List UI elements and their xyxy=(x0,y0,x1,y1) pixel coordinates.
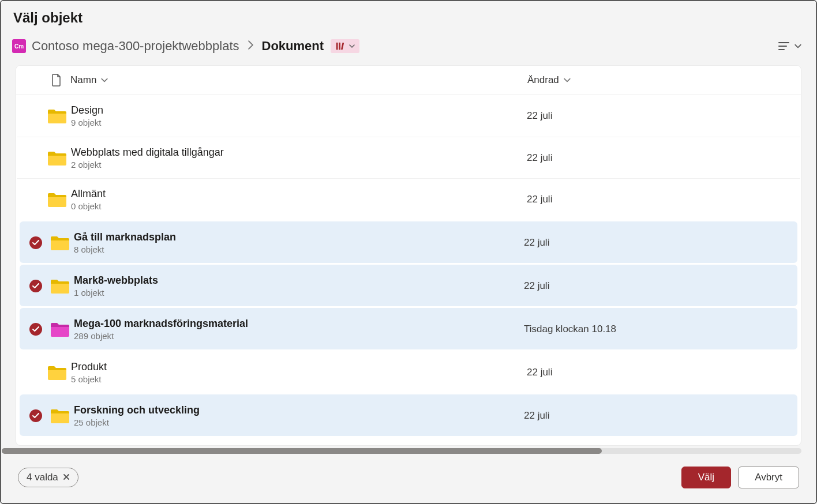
row-name: Design xyxy=(71,104,527,116)
row-name: Mark8-webbplats xyxy=(74,274,524,287)
breadcrumb-current: Dokument xyxy=(262,39,324,54)
table-row[interactable]: Design9 objekt22 juli xyxy=(17,95,800,137)
row-name-cell[interactable]: Forskning och utveckling25 objekt xyxy=(74,404,524,427)
row-name-cell[interactable]: Gå till marknadsplan8 objekt xyxy=(74,231,524,254)
cancel-button[interactable]: Avbryt xyxy=(738,467,799,488)
chevron-right-icon xyxy=(248,40,254,52)
folder-icon xyxy=(43,149,71,167)
select-item-dialog: Välj objekt Cm Contoso mega-300-projektw… xyxy=(0,0,817,504)
chevron-down-icon xyxy=(794,44,801,48)
breadcrumb: Cm Contoso mega-300-projektwebbplats Dok… xyxy=(1,31,816,59)
row-item-count: 0 objekt xyxy=(71,201,527,211)
column-header-name[interactable]: Namn xyxy=(70,74,527,86)
file-list[interactable]: Namn Ändrad Design9 objekt22 juliWebbpla… xyxy=(16,65,801,446)
folder-icon xyxy=(43,191,71,208)
dialog-title: Välj objekt xyxy=(1,1,816,31)
library-icon xyxy=(335,41,346,51)
dialog-footer: 4 valda Välj Avbryt xyxy=(1,454,816,503)
selected-check-icon[interactable] xyxy=(29,323,42,336)
svg-rect-0 xyxy=(336,43,338,50)
list-view-icon xyxy=(778,41,791,51)
table-row[interactable]: Produkt5 objekt22 juli xyxy=(17,351,800,393)
folder-icon xyxy=(46,234,74,251)
selected-check-icon[interactable] xyxy=(29,280,42,292)
row-item-count: 1 objekt xyxy=(74,288,524,298)
row-name: Gå till marknadsplan xyxy=(74,231,524,243)
row-modified: 22 juli xyxy=(527,367,792,378)
row-item-count: 5 objekt xyxy=(71,374,527,384)
folder-icon xyxy=(46,407,74,424)
row-modified: Tisdag klockan 10.18 xyxy=(524,324,789,335)
folder-icon xyxy=(46,321,74,338)
folder-icon xyxy=(43,364,71,381)
svg-rect-1 xyxy=(339,43,340,50)
row-name-cell[interactable]: Mark8-webbplats1 objekt xyxy=(74,274,524,298)
view-options-button[interactable] xyxy=(775,39,805,54)
row-name-cell[interactable]: Webbplats med digitala tillgångar2 objek… xyxy=(71,146,527,170)
table-row[interactable]: Gå till marknadsplan8 objekt22 juli xyxy=(20,221,797,263)
row-name-cell[interactable]: Mega-100 marknadsföringsmaterial289 obje… xyxy=(74,318,524,341)
row-checkbox[interactable] xyxy=(25,236,46,249)
row-name-cell[interactable]: Allmänt0 objekt xyxy=(71,188,527,211)
breadcrumb-site[interactable]: Contoso mega-300-projektwebbplats xyxy=(32,39,239,54)
chevron-down-icon xyxy=(101,78,108,82)
folder-icon xyxy=(46,277,74,295)
row-modified: 22 juli xyxy=(527,110,792,122)
svg-rect-2 xyxy=(341,43,344,50)
clear-selection-icon[interactable] xyxy=(63,472,70,483)
site-badge-icon: Cm xyxy=(12,39,26,53)
scrollbar-thumb[interactable] xyxy=(2,448,602,454)
row-modified: 22 juli xyxy=(524,237,789,249)
row-item-count: 8 objekt xyxy=(74,245,524,254)
row-name-cell[interactable]: Design9 objekt xyxy=(71,104,527,127)
row-modified: 22 juli xyxy=(527,194,792,205)
column-name-label: Namn xyxy=(70,74,96,86)
selected-check-icon[interactable] xyxy=(29,236,42,249)
row-name: Mega-100 marknadsföringsmaterial xyxy=(74,318,524,330)
row-name: Forskning och utveckling xyxy=(74,404,524,416)
table-row[interactable]: Webbplats med digitala tillgångar2 objek… xyxy=(17,137,800,178)
row-modified: 22 juli xyxy=(527,152,792,164)
chevron-down-icon xyxy=(564,78,571,82)
row-item-count: 25 objekt xyxy=(74,418,524,427)
table-row[interactable]: Allmänt0 objekt22 juli xyxy=(17,178,800,220)
selection-count-label: 4 valda xyxy=(27,472,58,483)
table-row[interactable]: Forskning och utveckling25 objekt22 juli xyxy=(20,394,797,436)
row-item-count: 289 objekt xyxy=(74,331,524,341)
row-modified: 22 juli xyxy=(524,280,789,292)
row-item-count: 2 objekt xyxy=(71,160,527,170)
row-name: Produkt xyxy=(71,361,527,373)
row-name: Allmänt xyxy=(71,188,527,200)
table-row[interactable]: Mark8-webbplats1 objekt22 juli xyxy=(20,265,797,306)
row-name-cell[interactable]: Produkt5 objekt xyxy=(71,361,527,384)
table-row[interactable]: Mega-100 marknadsföringsmaterial289 obje… xyxy=(20,308,797,349)
selection-count-pill[interactable]: 4 valda xyxy=(18,468,78,487)
selected-check-icon[interactable] xyxy=(29,409,42,422)
column-header-modified[interactable]: Ändrad xyxy=(527,74,793,86)
select-button[interactable]: Välj xyxy=(681,467,731,488)
column-modified-label: Ändrad xyxy=(527,74,559,86)
row-checkbox[interactable] xyxy=(25,409,46,422)
row-item-count: 9 objekt xyxy=(71,118,527,127)
row-modified: 22 juli xyxy=(524,410,789,422)
folder-icon xyxy=(43,107,71,125)
horizontal-scrollbar[interactable] xyxy=(2,448,801,454)
row-checkbox[interactable] xyxy=(25,280,46,292)
file-type-icon xyxy=(51,74,62,86)
chevron-down-icon xyxy=(349,44,355,48)
row-checkbox[interactable] xyxy=(25,323,46,336)
row-name: Webbplats med digitala tillgångar xyxy=(71,146,527,159)
list-header: Namn Ändrad xyxy=(16,66,801,95)
library-picker[interactable] xyxy=(331,39,359,53)
